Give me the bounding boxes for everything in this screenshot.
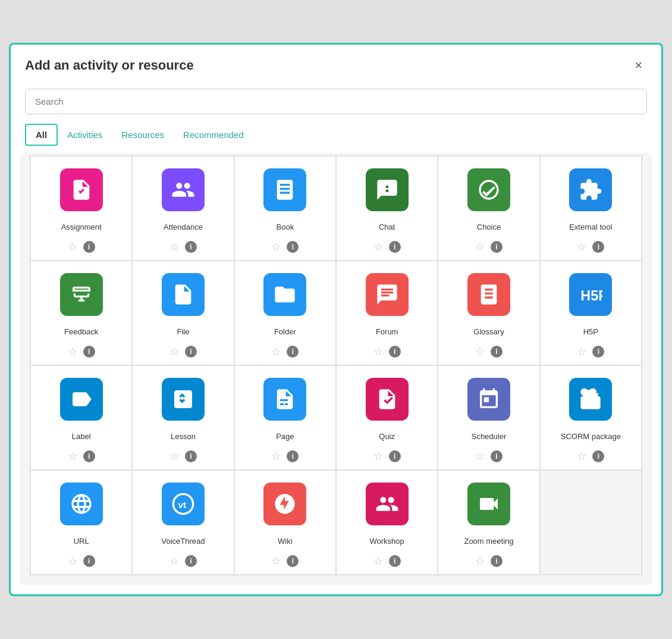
star-icon[interactable]: ☆ (169, 346, 179, 357)
info-icon[interactable]: i (592, 241, 604, 253)
info-icon[interactable]: i (83, 450, 95, 462)
star-icon[interactable]: ☆ (169, 242, 179, 252)
star-icon[interactable]: ☆ (577, 242, 586, 252)
star-icon[interactable]: ☆ (68, 556, 77, 566)
list-item[interactable]: H5P H5P ☆ i (540, 261, 642, 365)
info-icon[interactable]: i (83, 241, 95, 253)
info-icon[interactable]: i (287, 346, 299, 358)
modal: Add an activity or resource × All Activi… (9, 43, 663, 596)
item-label: File (177, 322, 190, 341)
star-icon[interactable]: ☆ (169, 451, 179, 462)
list-item[interactable]: File ☆ i (132, 261, 234, 365)
lesson-icon (162, 378, 205, 421)
star-icon[interactable]: ☆ (373, 242, 383, 252)
item-actions: ☆ i (373, 555, 401, 567)
folder-icon (263, 273, 306, 316)
info-icon[interactable]: i (287, 555, 299, 567)
modal-header: Add an activity or resource × (11, 45, 661, 84)
star-icon[interactable]: ☆ (577, 346, 586, 357)
info-icon[interactable]: i (389, 450, 401, 462)
list-item[interactable]: Page ☆ i (234, 365, 336, 470)
list-item[interactable]: Folder ☆ i (234, 261, 336, 365)
info-icon[interactable]: i (83, 555, 95, 567)
info-icon[interactable]: i (389, 346, 401, 358)
info-icon[interactable]: i (491, 241, 503, 253)
glossary-icon (467, 273, 510, 316)
star-icon[interactable]: ☆ (68, 242, 77, 252)
star-icon[interactable]: ☆ (577, 451, 586, 462)
tab-resources[interactable]: Resources (112, 125, 174, 145)
list-item[interactable]: vt VoiceThread ☆ i (132, 470, 234, 575)
list-item[interactable]: Feedback ☆ i (30, 261, 132, 365)
info-icon[interactable]: i (287, 450, 299, 462)
info-icon[interactable]: i (185, 450, 197, 462)
info-icon[interactable]: i (592, 450, 604, 462)
close-button[interactable]: × (630, 57, 647, 74)
list-item[interactable]: Label ☆ i (30, 365, 132, 470)
list-item[interactable]: Workshop ☆ i (336, 470, 438, 575)
voicethread-icon: vt (162, 483, 205, 525)
info-icon[interactable]: i (185, 346, 197, 358)
star-icon[interactable]: ☆ (373, 556, 383, 566)
item-label: Folder (274, 322, 296, 341)
star-icon[interactable]: ☆ (475, 556, 485, 566)
item-actions: ☆ i (169, 241, 197, 253)
list-item[interactable]: Book ☆ i (234, 156, 336, 261)
search-area (11, 84, 661, 121)
list-item[interactable]: Assignment ☆ i (30, 156, 132, 261)
list-item[interactable]: Scheduler ☆ i (438, 365, 539, 470)
star-icon[interactable]: ☆ (68, 346, 77, 357)
list-item[interactable]: Wiki ☆ i (234, 470, 336, 575)
chat-icon (366, 168, 409, 211)
star-icon[interactable]: ☆ (271, 556, 281, 566)
list-item[interactable]: Glossary ☆ i (438, 261, 539, 365)
star-icon[interactable]: ☆ (271, 242, 281, 252)
list-item[interactable]: Chat ☆ i (336, 156, 438, 261)
list-item[interactable]: Attendance ☆ i (132, 156, 234, 261)
empty-cell (540, 470, 642, 575)
item-actions: ☆ i (475, 241, 503, 253)
tab-recommended[interactable]: Recommended (174, 125, 253, 145)
tab-all[interactable]: All (25, 124, 58, 146)
forum-icon (366, 273, 409, 316)
list-item[interactable]: Choice ☆ i (438, 156, 539, 261)
info-icon[interactable]: i (389, 241, 401, 253)
list-item[interactable]: Quiz ☆ i (336, 365, 438, 470)
star-icon[interactable]: ☆ (475, 346, 485, 357)
search-input[interactable] (25, 89, 647, 114)
info-icon[interactable]: i (287, 241, 299, 253)
scheduler-icon (467, 378, 510, 421)
assignment-icon (60, 168, 103, 211)
info-icon[interactable]: i (592, 346, 604, 358)
star-icon[interactable]: ☆ (373, 451, 383, 462)
item-label: Forum (376, 322, 398, 341)
tab-activities[interactable]: Activities (58, 125, 112, 145)
item-label: Feedback (64, 322, 98, 341)
star-icon[interactable]: ☆ (271, 346, 281, 357)
item-label: Attendance (164, 217, 203, 236)
list-item[interactable]: Lesson ☆ i (132, 365, 234, 470)
item-label: Book (277, 217, 294, 236)
info-icon[interactable]: i (83, 346, 95, 358)
list-item[interactable]: Zoom meeting ☆ i (438, 470, 539, 575)
info-icon[interactable]: i (491, 450, 503, 462)
star-icon[interactable]: ☆ (475, 242, 485, 252)
item-label: Chat (379, 217, 395, 236)
info-icon[interactable]: i (185, 555, 197, 567)
star-icon[interactable]: ☆ (271, 451, 281, 462)
info-icon[interactable]: i (491, 555, 503, 567)
item-actions: ☆ i (169, 450, 197, 462)
list-item[interactable]: URL ☆ i (30, 470, 132, 575)
list-item[interactable]: SCORM package ☆ i (540, 365, 642, 470)
item-label: SCORM package (561, 427, 621, 446)
info-icon[interactable]: i (185, 241, 197, 253)
star-icon[interactable]: ☆ (373, 346, 383, 357)
scorm-icon (569, 378, 612, 421)
star-icon[interactable]: ☆ (169, 556, 179, 566)
list-item[interactable]: Forum ☆ i (336, 261, 438, 365)
star-icon[interactable]: ☆ (475, 451, 485, 462)
info-icon[interactable]: i (491, 346, 503, 358)
list-item[interactable]: External tool ☆ i (540, 156, 642, 261)
star-icon[interactable]: ☆ (68, 451, 77, 462)
info-icon[interactable]: i (389, 555, 401, 567)
